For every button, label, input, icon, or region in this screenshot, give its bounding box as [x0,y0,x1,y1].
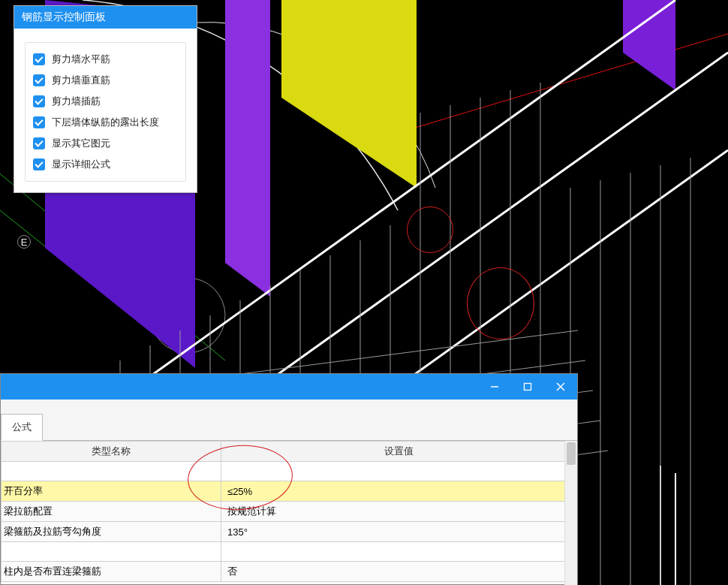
maximize-button[interactable] [511,374,544,400]
option-shearwall-horiz[interactable]: 剪力墙水平筋 [33,49,178,70]
table-row[interactable]: 开百分率 ≤25% [2,481,577,502]
checkbox-icon[interactable] [33,137,45,149]
minimize-icon [490,382,499,391]
cell-value[interactable]: 否 [221,562,577,582]
dialog-tab-strip: 公式 [1,400,577,441]
table-row[interactable]: 梁箍筋及拉筋弯勾角度 135° [2,522,577,542]
cell-value[interactable]: 135° [221,522,577,542]
cell-value[interactable]: 按规范计算 [221,502,577,522]
option-show-formula[interactable]: 显示详细公式 [33,154,178,175]
close-button[interactable] [544,374,577,400]
option-label: 剪力墙水平筋 [52,53,110,66]
checkbox-icon[interactable] [33,74,45,86]
option-show-other[interactable]: 显示其它图元 [33,133,178,154]
cell-name: 梁箍筋及拉筋弯勾角度 [2,522,221,542]
svg-rect-39 [525,384,531,391]
checkbox-icon[interactable] [33,53,45,65]
cell-name: 柱内是否布置连梁箍筋 [2,562,221,582]
minimize-button[interactable] [478,374,511,400]
rebar-display-panel: 钢筋显示控制面板 剪力墙水平筋 剪力墙垂直筋 剪力墙插筋 下层墙体纵筋的露出长度… [14,5,197,193]
rebar-panel-title: 钢筋显示控制面板 [14,6,197,29]
option-label: 显示详细公式 [52,158,110,171]
checkbox-icon[interactable] [33,158,45,170]
settings-dialog: 公式 类型名称 设置值 开百分率 ≤25% [0,373,578,585]
table-scrollbar[interactable] [564,441,577,585]
svg-marker-7 [281,0,417,188]
scrollbar-thumb[interactable] [567,442,576,465]
maximize-icon [523,382,532,391]
option-label: 剪力墙插筋 [52,95,101,108]
settings-table: 类型名称 设置值 开百分率 ≤25% 梁拉筋配置 按规范计算 梁箍 [1,441,577,582]
grid-bubble-e: E [17,235,31,249]
table-row[interactable]: 柱内是否布置连梁箍筋 否 [2,562,577,582]
checkbox-icon[interactable] [33,116,45,128]
cell-name: 开百分率 [2,481,221,502]
tab-formula[interactable]: 公式 [1,414,43,441]
table-row[interactable]: 梁拉筋配置 按规范计算 [2,502,577,522]
checkbox-icon[interactable] [33,95,45,107]
svg-marker-6 [623,0,675,90]
rebar-options-group: 剪力墙水平筋 剪力墙垂直筋 剪力墙插筋 下层墙体纵筋的露出长度 显示其它图元 显… [25,42,186,182]
option-label: 下层墙体纵筋的露出长度 [52,116,159,129]
cell-name: 梁拉筋配置 [2,502,221,522]
option-shearwall-vert[interactable]: 剪力墙垂直筋 [33,70,178,91]
option-label: 显示其它图元 [52,137,110,150]
option-label: 剪力墙垂直筋 [52,74,110,87]
close-icon [556,382,565,391]
svg-marker-5 [225,0,270,297]
column-header-value[interactable]: 设置值 [221,442,577,462]
column-header-type[interactable]: 类型名称 [2,442,221,462]
option-lower-wall-extend[interactable]: 下层墙体纵筋的露出长度 [33,112,178,133]
cell-value[interactable]: ≤25% [221,481,577,502]
dialog-titlebar[interactable] [1,374,577,400]
option-shearwall-insert[interactable]: 剪力墙插筋 [33,91,178,112]
